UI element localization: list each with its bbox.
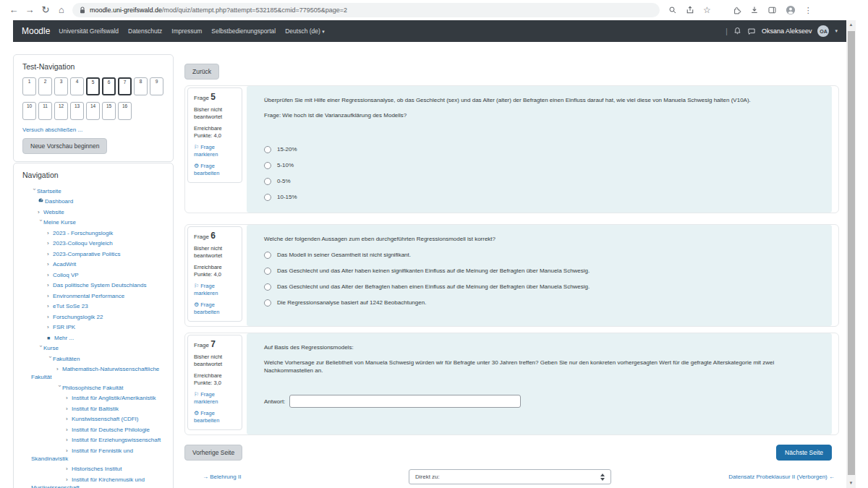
finish-attempt-link[interactable]: Versuch abschließen ... bbox=[22, 127, 164, 133]
edit-question-link[interactable]: ⚙ Frage bearbeiten bbox=[194, 410, 236, 424]
nav-tree-item[interactable]: ›Das politische System Deutschlands bbox=[22, 281, 164, 291]
flag-question-link[interactable]: ⚐ Frage markieren bbox=[194, 283, 236, 297]
chevron-right-icon[interactable]: › bbox=[47, 239, 53, 247]
question-nav-button[interactable]: 1 bbox=[22, 77, 36, 95]
question-nav-button[interactable]: 15 bbox=[102, 102, 116, 120]
navbar-link-impressum[interactable]: Impressum bbox=[171, 27, 202, 35]
question-nav-button[interactable]: 3 bbox=[54, 77, 68, 95]
navbar-link-universitaet[interactable]: Universität Greifswald bbox=[59, 27, 119, 35]
zoom-icon[interactable] bbox=[668, 6, 677, 14]
radio-icon[interactable] bbox=[264, 194, 271, 201]
navbar-link-datenschutz[interactable]: Datenschutz bbox=[128, 27, 162, 35]
answer-option[interactable]: Das Geschlecht und das Alter der Befragt… bbox=[264, 283, 814, 291]
nav-tree-item[interactable]: ›Kunstwissenschaft (CDFI) bbox=[22, 414, 164, 425]
radio-icon[interactable] bbox=[264, 178, 271, 185]
question-nav-button[interactable]: 6 bbox=[102, 77, 116, 95]
address-bar[interactable]: moodle.uni-greifswald.de/mod/quiz/attemp… bbox=[72, 3, 660, 17]
user-name[interactable]: Oksana Alekseev bbox=[762, 27, 812, 35]
nav-tree-item[interactable]: ›Startseite bbox=[22, 186, 164, 197]
answer-option[interactable]: 0-5% bbox=[264, 177, 814, 185]
chevron-down-icon[interactable]: › bbox=[56, 385, 64, 390]
user-avatar[interactable]: OA bbox=[817, 25, 829, 37]
nav-tree-item[interactable]: ›Historisches Institut bbox=[22, 464, 164, 475]
answer-option[interactable]: Das Modell in seiner Gesamtheit ist nich… bbox=[264, 251, 814, 259]
nav-tree-item[interactable]: ›2023-Comparative Politics bbox=[22, 249, 164, 260]
nav-tree-item[interactable]: ›AcadWrit bbox=[22, 260, 164, 270]
nav-tree-item[interactable]: ›Meine Kurse bbox=[22, 218, 164, 228]
bookmark-star-icon[interactable]: ☆ bbox=[703, 5, 711, 15]
question-nav-button[interactable]: 12 bbox=[54, 102, 68, 120]
question-nav-button[interactable]: 14 bbox=[86, 102, 100, 120]
radio-icon[interactable] bbox=[264, 146, 271, 153]
home-button[interactable]: ⌂ bbox=[54, 0, 69, 20]
chevron-right-icon[interactable]: › bbox=[47, 323, 53, 331]
chevron-right-icon[interactable]: › bbox=[66, 447, 72, 455]
edit-question-link[interactable]: ⚙ Frage bearbeiten bbox=[194, 301, 236, 316]
chevron-down-icon[interactable]: › bbox=[46, 356, 54, 361]
user-menu-caret-icon[interactable]: ▾ bbox=[835, 28, 838, 34]
jump-to-select[interactable]: Direkt zu: bbox=[409, 469, 611, 484]
nav-tree-item[interactable]: ›Website bbox=[22, 207, 164, 218]
nav-tree-item[interactable]: ›Institut für Erziehungswissenschaft bbox=[22, 435, 164, 446]
back-button[interactable]: ← bbox=[6, 0, 22, 20]
question-nav-button[interactable]: 13 bbox=[70, 102, 84, 120]
chevron-down-icon[interactable]: › bbox=[37, 346, 45, 351]
question-nav-button[interactable]: 5 bbox=[86, 77, 100, 95]
back-button-quiz[interactable]: Zurück bbox=[184, 64, 219, 80]
navbar-link-selbstbedienungsportal[interactable]: Selbstbedienungsportal bbox=[211, 27, 276, 35]
nav-tree-item[interactable]: ›Institut für Kirchenmusik und Musikwiss… bbox=[22, 474, 164, 488]
scrollbar[interactable]: ▲ ▼ bbox=[846, 20, 856, 488]
radio-icon[interactable] bbox=[264, 252, 271, 259]
chevron-right-icon[interactable]: › bbox=[47, 260, 53, 268]
radio-icon[interactable] bbox=[264, 267, 271, 275]
nav-tree-item[interactable]: ›Colloq VP bbox=[22, 270, 164, 281]
chevron-right-icon[interactable]: › bbox=[47, 281, 53, 289]
nav-tree-item[interactable]: ›Forschungslogik 22 bbox=[22, 312, 164, 322]
reload-button[interactable]: ↻ bbox=[38, 0, 54, 20]
edit-question-link[interactable]: ⚙ Frage bearbeiten bbox=[194, 163, 236, 177]
nav-tree-item[interactable]: ›FSR IPK bbox=[22, 322, 164, 333]
answer-option[interactable]: 10-15% bbox=[264, 193, 814, 201]
previous-activity-link[interactable]: → Belehrung II bbox=[203, 474, 241, 480]
next-page-button[interactable]: Nächste Seite bbox=[776, 445, 832, 461]
chevron-down-icon[interactable]: › bbox=[30, 188, 38, 194]
nav-tree-item[interactable]: ›Mathematisch-Naturwissenschaftliche Fak… bbox=[22, 364, 164, 383]
chevron-right-icon[interactable]: › bbox=[47, 302, 53, 310]
nav-tree-item[interactable]: ›Institut für Anglistik/Amerikanistik bbox=[22, 393, 164, 404]
chevron-right-icon[interactable]: › bbox=[47, 313, 53, 321]
nav-tree-item[interactable]: ›eTut SoSe 23 bbox=[22, 301, 164, 312]
downloads-icon[interactable] bbox=[750, 6, 759, 14]
scroll-up-button[interactable]: ▲ bbox=[846, 20, 856, 30]
question-nav-button[interactable]: 11 bbox=[38, 102, 52, 120]
flag-question-link[interactable]: ⚐ Frage markieren bbox=[194, 391, 236, 406]
answer-input[interactable] bbox=[289, 395, 521, 408]
chevron-right-icon[interactable]: › bbox=[66, 426, 72, 434]
answer-option[interactable]: 15-20% bbox=[264, 145, 814, 153]
previous-page-button[interactable]: Vorherige Seite bbox=[184, 445, 242, 461]
nav-tree-item[interactable]: ■Mehr ... bbox=[22, 333, 164, 343]
new-preview-button[interactable]: Neue Vorschau beginnen bbox=[22, 138, 107, 154]
chevron-right-icon[interactable]: › bbox=[56, 365, 62, 373]
radio-icon[interactable] bbox=[264, 162, 271, 169]
nav-tree-item[interactable]: ›2023-Colloqu Vergleich bbox=[22, 239, 164, 249]
nav-tree-item[interactable]: ›Institut für Deutsche Philologie bbox=[22, 424, 164, 435]
nav-tree-item[interactable]: ›Philosophische Fakultät bbox=[22, 382, 164, 393]
question-nav-button[interactable]: 4 bbox=[70, 77, 84, 95]
chevron-down-icon[interactable]: › bbox=[37, 220, 45, 226]
nav-tree-item[interactable]: ›Fakultäten bbox=[22, 354, 164, 364]
chevron-right-icon[interactable]: › bbox=[66, 465, 72, 473]
language-menu[interactable]: Deutsch (de) ▾ bbox=[285, 27, 325, 35]
notifications-bell-icon[interactable] bbox=[733, 27, 741, 35]
chevron-right-icon[interactable]: › bbox=[66, 476, 72, 484]
nav-tree-item[interactable]: ›Institut für Fennistik und Skandinavist… bbox=[22, 445, 164, 464]
chevron-right-icon[interactable]: › bbox=[66, 436, 72, 444]
answer-option[interactable]: 5-10% bbox=[264, 161, 814, 169]
chevron-right-icon[interactable]: › bbox=[66, 405, 72, 413]
browser-menu-icon[interactable]: ⋮ bbox=[804, 6, 812, 15]
chevron-right-icon[interactable]: › bbox=[66, 394, 72, 402]
question-nav-button[interactable]: 2 bbox=[38, 77, 52, 95]
moodle-brand[interactable]: Moodle bbox=[22, 26, 50, 36]
chevron-right-icon[interactable]: › bbox=[47, 229, 53, 237]
scroll-down-button[interactable]: ▼ bbox=[846, 479, 856, 488]
question-nav-button[interactable]: 16 bbox=[118, 102, 132, 120]
